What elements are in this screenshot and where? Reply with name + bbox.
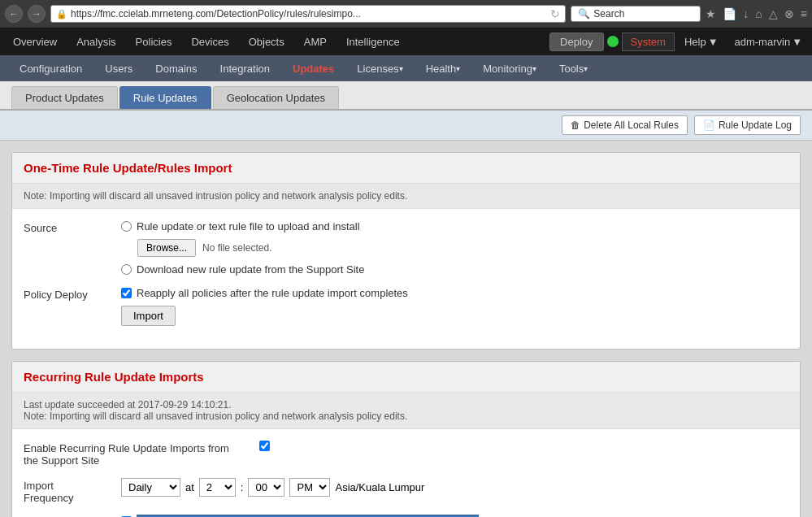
- help-menu[interactable]: Help ▼: [678, 36, 725, 48]
- timezone-label: Asia/Kuala Lumpur: [335, 481, 424, 493]
- log-btn-label: Rule Update Log: [719, 119, 792, 131]
- subnav-tools[interactable]: Tools: [548, 55, 599, 81]
- ampm-select[interactable]: AMPM: [289, 478, 330, 497]
- frequency-controls: Daily Weekly at 1234 5678 9101112 : 0015…: [121, 478, 788, 497]
- enable-row: Enable Recurring Rule Update Imports fro…: [24, 441, 788, 467]
- system-button[interactable]: System: [622, 33, 675, 51]
- refresh-icon[interactable]: ⊗: [784, 7, 794, 20]
- one-time-note: Note: Importing will discard all unsaved…: [12, 184, 800, 209]
- one-time-body: Source Rule update or text rule file to …: [12, 209, 800, 349]
- browse-row: Browse... No file selected.: [137, 239, 788, 257]
- freq-row: Import Frequency Daily Weekly at 1234 56…: [24, 478, 788, 504]
- one-time-card-header: One-Time Rule Update/Rules Import: [12, 153, 800, 184]
- subnav-integration[interactable]: Integration: [209, 55, 281, 81]
- home-icon[interactable]: ⌂: [755, 7, 762, 20]
- subnav-licenses[interactable]: Licenses: [345, 55, 414, 81]
- recurring-note: Last update succeeded at 2017-09-29 14:1…: [12, 393, 800, 429]
- tab-geolocation-updates[interactable]: Geolocation Updates: [213, 86, 339, 109]
- at-label: at: [185, 481, 194, 493]
- one-time-card: One-Time Rule Update/Rules Import Note: …: [11, 152, 801, 350]
- status-dot: [607, 36, 619, 47]
- page-icon[interactable]: 📄: [723, 7, 736, 20]
- enable-recurring-checkbox[interactable]: [259, 441, 270, 451]
- sub-nav: Configuration Users Domains Integration …: [0, 55, 812, 81]
- search-label: Search: [593, 8, 624, 20]
- bookmark-icon[interactable]: ★: [706, 7, 716, 20]
- subnav-users[interactable]: Users: [93, 55, 144, 81]
- lock-icon: 🔒: [56, 9, 67, 20]
- nav-intelligence[interactable]: Intelligence: [337, 28, 410, 55]
- no-file-text: No file selected.: [202, 242, 271, 254]
- browser-search-bar[interactable]: 🔍 Search: [571, 6, 701, 22]
- reapply-checkbox[interactable]: [121, 288, 132, 298]
- freq-controls: Daily Weekly at 1234 5678 9101112 : 0015…: [121, 478, 788, 497]
- trash-icon: 🗑: [571, 119, 580, 131]
- recurring-body: Enable Recurring Rule Update Imports fro…: [12, 429, 800, 517]
- nav-devices[interactable]: Devices: [181, 28, 238, 55]
- delete-all-local-rules-button[interactable]: 🗑 Delete All Local Rules: [562, 115, 688, 135]
- recurring-note2: Note: Importing will discard all unsaved…: [24, 411, 788, 422]
- deploy-button[interactable]: Deploy: [549, 33, 603, 51]
- user-arrow: ▼: [792, 36, 802, 48]
- radio-upload-row: Rule update or text rule file to upload …: [121, 220, 788, 232]
- forward-button[interactable]: →: [28, 5, 46, 23]
- nav-objects[interactable]: Objects: [239, 28, 294, 55]
- shield-icon[interactable]: △: [769, 7, 778, 20]
- subnav-health[interactable]: Health: [415, 55, 472, 81]
- tab-product-updates[interactable]: Product Updates: [11, 86, 118, 109]
- log-icon: 📄: [703, 119, 715, 131]
- policy-deploy-label: Policy Deploy: [24, 287, 105, 301]
- download-icon[interactable]: ↓: [743, 7, 749, 20]
- subnav-updates[interactable]: Updates: [281, 55, 345, 81]
- recurring-card: Recurring Rule Update Imports Last updat…: [11, 361, 801, 517]
- subnav-domains[interactable]: Domains: [144, 55, 208, 81]
- top-nav: Overview Analysis Policies Devices Objec…: [0, 28, 812, 55]
- toolbar: 🗑 Delete All Local Rules 📄 Rule Update L…: [0, 111, 812, 141]
- import-button[interactable]: Import: [121, 306, 176, 326]
- back-button[interactable]: ←: [5, 5, 23, 23]
- radio-download-row: Download new rule update from the Suppor…: [121, 263, 788, 276]
- reload-icon[interactable]: ↻: [550, 7, 560, 20]
- nav-overview[interactable]: Overview: [3, 28, 67, 55]
- enable-controls: [259, 441, 270, 454]
- radio-download[interactable]: [121, 264, 132, 275]
- recurring-title: Recurring Rule Update Imports: [24, 370, 204, 384]
- page-content: One-Time Rule Update/Rules Import Note: …: [0, 141, 812, 517]
- rule-update-log-button[interactable]: 📄 Rule Update Log: [694, 115, 801, 135]
- reapply-label: Reapply all policies after the rule upda…: [137, 287, 408, 299]
- source-controls: Rule update or text rule file to upload …: [121, 220, 788, 276]
- recurring-card-header: Recurring Rule Update Imports: [12, 362, 800, 393]
- user-label: adm-marvin: [735, 36, 791, 48]
- subnav-configuration[interactable]: Configuration: [8, 55, 93, 81]
- colon-sep: :: [241, 481, 244, 493]
- nav-analysis[interactable]: Analysis: [67, 28, 125, 55]
- user-menu[interactable]: adm-marvin ▼: [728, 36, 810, 48]
- delete-btn-label: Delete All Local Rules: [584, 119, 679, 131]
- subnav-monitoring[interactable]: Monitoring: [471, 55, 548, 81]
- policy-deploy-controls: Reapply all policies after the rule upda…: [121, 287, 788, 326]
- radio-upload[interactable]: [121, 221, 132, 232]
- url-bar[interactable]: 🔒 https://fmc.ccielab.mrneteng.com/Detec…: [50, 5, 566, 23]
- browser-icons: ★ 📄 ↓ ⌂ △ ⊗ ≡: [706, 7, 807, 20]
- hour-select[interactable]: 1234 5678 9101112: [199, 478, 236, 497]
- min-select[interactable]: 00153045: [248, 478, 284, 497]
- tab-rule-updates[interactable]: Rule Updates: [119, 86, 211, 109]
- nav-amp[interactable]: AMP: [294, 28, 337, 55]
- browser-bar: ← → 🔒 https://fmc.ccielab.mrneteng.com/D…: [0, 0, 812, 28]
- menu-icon[interactable]: ≡: [801, 7, 807, 20]
- enable-label: Enable Recurring Rule Update Imports fro…: [24, 441, 243, 467]
- recurring-note1: Last update succeeded at 2017-09-29 14:1…: [24, 399, 788, 411]
- search-icon: 🔍: [578, 8, 590, 20]
- radio-upload-label: Rule update or text rule file to upload …: [137, 220, 360, 232]
- freq-select[interactable]: Daily Weekly: [121, 478, 180, 497]
- browse-button[interactable]: Browse...: [137, 239, 196, 257]
- top-nav-right: Deploy System Help ▼ adm-marvin ▼: [549, 33, 809, 51]
- nav-policies[interactable]: Policies: [126, 28, 182, 55]
- url-text: https://fmc.ccielab.mrneteng.com/Detecti…: [71, 8, 547, 20]
- source-label: Source: [24, 220, 105, 234]
- help-arrow: ▼: [708, 36, 719, 48]
- help-label: Help: [684, 36, 706, 48]
- freq-label: Import Frequency: [24, 478, 105, 504]
- one-time-title: One-Time Rule Update/Rules Import: [24, 161, 232, 175]
- tab-bar: Product Updates Rule Updates Geolocation…: [0, 81, 812, 111]
